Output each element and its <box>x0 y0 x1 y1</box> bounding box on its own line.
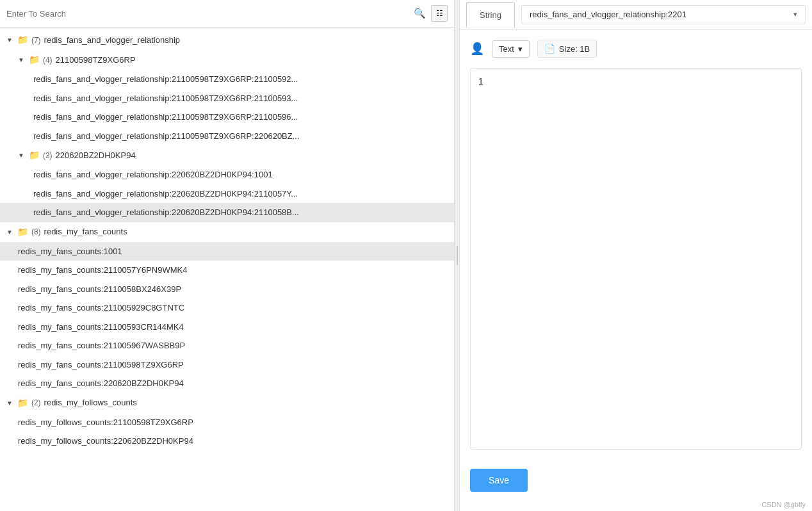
count-badge: (4) <box>43 54 53 66</box>
chevron-icon: ▼ <box>18 150 24 160</box>
search-icon: 🔍 <box>414 8 426 19</box>
resizer-handle <box>457 246 458 265</box>
search-bar: 🔍 ☷ <box>0 0 454 28</box>
count-badge: (2) <box>31 397 41 409</box>
content-area: 👤 Text ▾ 📄 Size: 1B 1 <box>460 29 812 460</box>
type-bar: 👤 Text ▾ 📄 Size: 1B <box>470 40 802 58</box>
tree-leaf-r2[interactable]: redis_fans_and_vlogger_relationship:2110… <box>0 89 454 108</box>
tree-leaf-f5[interactable]: redis_my_fans_counts:21100593CR144MK4 <box>0 318 454 337</box>
tab-string[interactable]: String <box>466 2 515 28</box>
right-header: String redis_fans_and_vlogger_relationsh… <box>460 0 812 29</box>
count-badge: (3) <box>43 150 53 161</box>
group-name: redis_my_follows_counts <box>44 396 137 409</box>
count-badge: (7) <box>31 35 41 46</box>
key-text: redis_fans_and_vlogger_relationship:2201 <box>530 10 686 19</box>
group-name: redis_fans_and_vlogger_relationship <box>44 34 180 47</box>
tree-leaf-f6[interactable]: redis_my_fans_counts:211005967WASBB9P <box>0 336 454 355</box>
tree-leaf-f4[interactable]: redis_my_fans_counts:211005929C8GTNTC <box>0 298 454 318</box>
tree-group-redis_fans_and_vlogger_relationship[interactable]: ▼ 📁 (7) redis_fans_and_vlogger_relations… <box>0 30 454 50</box>
folder-icon: 📁 <box>29 149 40 162</box>
tree-group-redis_my_follows_counts[interactable]: ▼ 📁 (2) redis_my_follows_counts <box>0 393 454 413</box>
tree-group-redis_my_fans_counts[interactable]: ▼ 📁 (8) redis_my_fans_counts <box>0 222 454 242</box>
tree-leaf-r6[interactable]: redis_fans_and_vlogger_relationship:2206… <box>0 184 454 204</box>
right-panel: String redis_fans_and_vlogger_relationsh… <box>460 0 812 511</box>
chevron-icon: ▼ <box>18 55 24 65</box>
group-name: 21100598TZ9XG6RP <box>56 54 136 67</box>
right-footer: Save <box>460 460 812 498</box>
type-chevron-icon: ▾ <box>518 44 523 54</box>
tree-leaf-r3[interactable]: redis_fans_and_vlogger_relationship:2110… <box>0 108 454 127</box>
panel-resizer[interactable] <box>455 0 460 511</box>
tree-leaf-f7[interactable]: redis_my_fans_counts:21100598TZ9XG6RP <box>0 355 454 375</box>
chevron-icon: ▼ <box>6 227 13 237</box>
value-editor[interactable]: 1 <box>470 68 802 450</box>
count-badge: (8) <box>31 226 41 238</box>
folder-icon: 📁 <box>17 33 28 47</box>
tree-leaf-f1[interactable]: redis_my_fans_counts:1001 <box>0 242 454 261</box>
folder-icon: 📁 <box>29 53 40 67</box>
tree-leaf-r4[interactable]: redis_fans_and_vlogger_relationship:2110… <box>0 127 454 146</box>
type-selector[interactable]: Text ▾ <box>492 40 530 58</box>
left-panel: 🔍 ☷ ▼ 📁 (7) redis_fans_and_vlogger_relat… <box>0 0 455 511</box>
size-label: Size: 1B <box>559 44 590 54</box>
credit-text: CSDN @gblfy <box>460 498 812 511</box>
search-button[interactable]: ☷ <box>431 5 448 22</box>
tree-leaf-f2[interactable]: redis_my_fans_counts:2110057Y6PN9WMK4 <box>0 261 454 280</box>
tree-leaf-f8[interactable]: redis_my_fans_counts:220620BZ2DH0KP94 <box>0 374 454 393</box>
folder-icon: 📁 <box>17 396 28 410</box>
tree-container: ▼ 📁 (7) redis_fans_and_vlogger_relations… <box>0 28 454 511</box>
file-icon: 📄 <box>544 44 555 54</box>
chevron-icon: ▼ <box>6 398 13 408</box>
type-icon: 👤 <box>470 42 484 56</box>
editor-value: 1 <box>478 76 483 86</box>
group-name: 220620BZ2DH0KP94 <box>56 149 136 162</box>
chevron-icon: ▼ <box>6 35 13 45</box>
tree-leaf-fo2[interactable]: redis_my_follows_counts:220620BZ2DH0KP94 <box>0 432 454 451</box>
tree-subgroup-21100598TZ9XG6RP[interactable]: ▼ 📁 (4) 21100598TZ9XG6RP <box>0 50 454 70</box>
search-input[interactable] <box>6 9 409 19</box>
key-chevron-icon: ▾ <box>793 10 797 19</box>
tree-leaf-r7[interactable]: redis_fans_and_vlogger_relationship:2206… <box>0 203 454 222</box>
group-name: redis_my_fans_counts <box>44 225 127 238</box>
tree-subgroup-220620BZ2DH0KP94[interactable]: ▼ 📁 (3) 220620BZ2DH0KP94 <box>0 145 454 165</box>
size-info: 📄 Size: 1B <box>537 40 597 58</box>
tree-leaf-r5[interactable]: redis_fans_and_vlogger_relationship:2206… <box>0 165 454 184</box>
tree-leaf-fo1[interactable]: redis_my_follows_counts:21100598TZ9XG6RP <box>0 413 454 432</box>
folder-icon: 📁 <box>17 225 28 239</box>
grid-icon: ☷ <box>436 9 443 18</box>
save-button[interactable]: Save <box>470 469 528 492</box>
type-label: Text <box>499 44 514 54</box>
tree-leaf-f3[interactable]: redis_my_fans_counts:2110058BX246X39P <box>0 280 454 299</box>
tree-leaf-r1[interactable]: redis_fans_and_vlogger_relationship:2110… <box>0 70 454 89</box>
key-display[interactable]: redis_fans_and_vlogger_relationship:2201… <box>521 5 806 24</box>
